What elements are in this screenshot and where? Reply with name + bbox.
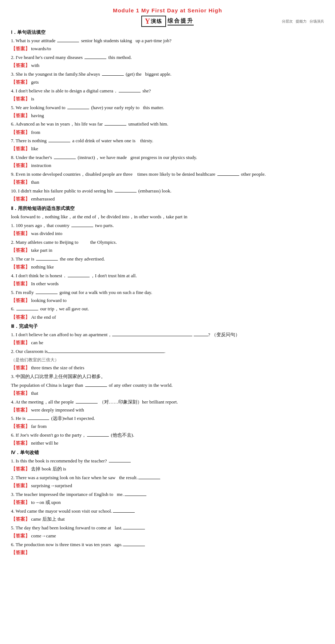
question-1-3: 3. She is the youngest in the family.She… xyxy=(11,70,324,78)
question-2-1: 1. 100 years ago，that country two parts. xyxy=(11,222,324,230)
banner: Y 演练 综合提升 分层次 提能力 分场演兵 xyxy=(11,16,324,27)
question-3-3b: The population of China is larger than o… xyxy=(11,381,324,389)
page-title: Module 1 My First Day at Senior High xyxy=(11,7,324,13)
banner-subtitle: 综合提升 xyxy=(168,17,194,25)
answer-1-2: 【答案】 with xyxy=(11,62,324,69)
question-2-6: 6. our trip，we all gave out. xyxy=(11,305,324,313)
answer-2-5: 【答案】 looking forward to xyxy=(11,297,324,305)
section-2-title: Ⅱ．用所给短语的适当形式填空 xyxy=(11,205,324,212)
answer-2-1: 【答案】 was divided into xyxy=(11,230,324,238)
question-3-1: 1. I don't believe he can afford to buy … xyxy=(11,331,324,339)
question-1-7: 7. There is nothing a cold drink of wate… xyxy=(11,137,324,145)
answer-4-5: 【答案】 come→came xyxy=(11,532,324,540)
section-3: Ⅲ．完成句子 1. I don't believe he can afford … xyxy=(11,323,324,447)
section-2: Ⅱ．用所给短语的适当形式填空 look forward to，nothing l… xyxy=(11,205,324,321)
logo-text: 演练 xyxy=(151,18,162,25)
section-1-title: Ⅰ．单句语法填空 xyxy=(11,29,324,36)
question-2-3: 3. The car is the one they advertised. xyxy=(11,255,324,263)
question-1-2: 2. I've heard he's cured many diseases t… xyxy=(11,53,324,61)
main-content: Ⅰ．单句语法填空 1. What is your attitude senior… xyxy=(11,29,324,557)
section-2-phrases: look forward to，nothing like，at the end … xyxy=(11,213,324,221)
answer-4-3: 【答案】 to→on 或 upon xyxy=(11,499,324,506)
question-2-5: 5. I'm really going out for a walk with … xyxy=(11,289,324,297)
answer-1-1: 【答案】 towards/to xyxy=(11,45,324,53)
answer-2-3: 【答案】 nothing like xyxy=(11,263,324,271)
question-4-3: 3. The teacher impressed the importance … xyxy=(11,490,324,498)
question-4-4: 4. Word came the mayor would soon visit … xyxy=(11,507,324,515)
question-3-2: 2. Our classroom is. xyxy=(11,347,324,355)
answer-4-2: 【答案】 surprising→surprised xyxy=(11,482,324,490)
question-1-1: 1. What is your attitude senior high stu… xyxy=(11,37,324,45)
section-1: Ⅰ．单句语法填空 1. What is your attitude senior… xyxy=(11,29,324,203)
answer-3-6: 【答案】 neither will he xyxy=(11,440,324,447)
question-3-6: 6. If Joe's wife doesn't go to the party… xyxy=(11,431,324,439)
answer-1-6: 【答案】 from xyxy=(11,129,324,136)
section-3-title: Ⅲ．完成句子 xyxy=(11,323,324,330)
question-2-4: 4. I don't think he is honest．，I don't t… xyxy=(11,272,324,280)
answer-3-4: 【答案】 were deeply impressed with xyxy=(11,406,324,414)
question-4-5: 5. The day they had been looking forward… xyxy=(11,524,324,532)
question-3-3a: 3. 中国的人口比世界上任何国家的人口都多。 xyxy=(11,373,324,381)
question-1-9: 9. Even in some developed countries，disa… xyxy=(11,170,324,178)
answer-1-9: 【答案】 than xyxy=(11,179,324,186)
answer-3-2: 【答案】 three times the size of theirs xyxy=(11,364,324,372)
answer-1-3: 【答案】 gets xyxy=(11,79,324,86)
question-4-6: 6. The production now is three times it … xyxy=(11,541,324,549)
logo-y: Y xyxy=(145,17,150,25)
question-1-8: 8. Under the teacher's (instruct)，we hav… xyxy=(11,154,324,162)
answer-2-4: 【答案】 In other words xyxy=(11,280,324,288)
question-3-5: 5. He is (远非)what I expected. xyxy=(11,414,324,422)
question-3-2-note: （是他们教室的三倍大） xyxy=(11,356,324,363)
section-4-title: Ⅳ．单句改错 xyxy=(11,449,324,456)
banner-right: 分层次 提能力 分场演兵 xyxy=(282,19,324,24)
answer-4-6: 【答案】 xyxy=(11,549,324,557)
banner-logo: Y 演练 xyxy=(141,16,166,27)
question-2-2: 2. Many athletes came to Beijing to the … xyxy=(11,238,324,246)
question-4-2: 2. There was a surprising look on his fa… xyxy=(11,474,324,482)
question-1-10: 10. I didn't make his failure public to … xyxy=(11,187,324,195)
answer-2-2: 【答案】 take part in xyxy=(11,247,324,254)
answer-4-4: 【答案】 came 后加上 that xyxy=(11,516,324,523)
question-1-4: 4. I don't believe she is able to design… xyxy=(11,87,324,95)
answer-1-4: 【答案】 is xyxy=(11,95,324,103)
question-1-6: 6. Advanced as he was in years，his life … xyxy=(11,120,324,128)
question-4-1: 1. Is this the book is recommended by th… xyxy=(11,457,324,465)
answer-1-10: 【答案】 embarrassed xyxy=(11,195,324,203)
question-1-5: 5. We are looking forward to (have) your… xyxy=(11,104,324,112)
answer-3-5: 【答案】 far from xyxy=(11,423,324,430)
answer-1-8: 【答案】 instruction xyxy=(11,162,324,170)
answer-3-1: 【答案】 can he xyxy=(11,339,324,347)
answer-1-7: 【答案】 like xyxy=(11,145,324,153)
section-4: Ⅳ．单句改错 1. Is this the book is recommende… xyxy=(11,449,324,556)
answer-3-3: 【答案】 that xyxy=(11,390,324,397)
answer-1-5: 【答案】 having xyxy=(11,112,324,120)
question-3-4: 4. At the meeting，all the people （对……印象深… xyxy=(11,398,324,406)
answer-4-1: 【答案】 去掉 book 后的 is xyxy=(11,465,324,473)
answer-2-6: 【答案】 At the end of xyxy=(11,314,324,321)
